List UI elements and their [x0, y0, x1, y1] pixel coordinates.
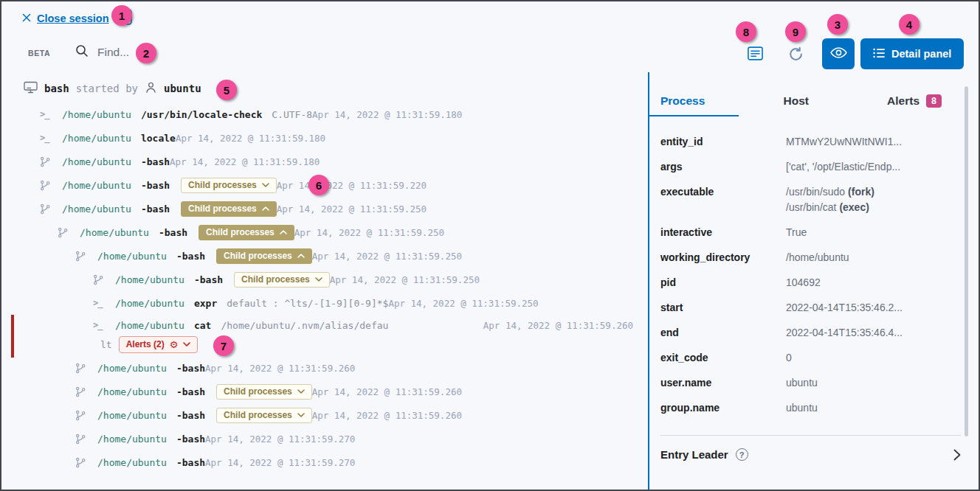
process-row[interactable]: /home/ubuntu-bashChild processesApr 14, … — [1, 244, 648, 268]
process-row[interactable]: /home/ubuntu-bashChild processesApr 14, … — [1, 268, 648, 291]
field-label: entity_id — [660, 134, 786, 150]
fork-icon — [40, 180, 53, 191]
document-icon — [747, 53, 764, 64]
field-value[interactable]: 2022-04-14T15:35:46.4... — [786, 325, 903, 341]
process-field-list: entity_idMTMwY2UwNWItNWI1...args['cat', … — [660, 134, 956, 425]
detail-field-row: exit_code0 — [660, 350, 956, 366]
tab-alerts[interactable]: Alerts8 — [887, 94, 942, 108]
callout-5: 5 — [216, 80, 237, 100]
process-command: -bash — [176, 433, 205, 445]
process-timestamp: Apr 14, 2022 @ 11:31:59.260 — [483, 320, 648, 331]
process-working-dir: /home/ubuntu — [62, 133, 131, 144]
user-icon — [145, 81, 157, 96]
fork-icon — [75, 433, 89, 445]
child-processes-button[interactable]: Child processes — [199, 225, 294, 240]
process-working-dir: /home/ubuntu — [62, 156, 131, 167]
detail-field-row: entity_idMTMwY2UwNWItNWI1... — [660, 134, 956, 150]
panel-scrollbar[interactable] — [965, 86, 968, 436]
field-value[interactable]: ['cat', '/opt/Elastic/Endp... — [786, 159, 900, 175]
session-leader-header[interactable]: bash started by ubuntu — [24, 81, 201, 96]
field-value[interactable]: 0 — [786, 350, 792, 366]
process-row[interactable]: /home/ubuntu-bashApr 14, 2022 @ 11:31:59… — [1, 427, 648, 450]
fork-icon — [75, 251, 89, 262]
process-command: /usr/bin/locale-check — [141, 109, 262, 120]
process-command: -bash — [159, 227, 187, 238]
field-value[interactable]: ubuntu — [786, 375, 818, 391]
close-session-link[interactable]: Close session — [22, 13, 109, 24]
field-label: user.name — [660, 375, 786, 391]
process-row[interactable]: >_/home/ubuntucat/home/ubuntu/.nvm/alias… — [1, 315, 648, 356]
process-row[interactable]: >_/home/ubuntuexprdefault : ^lts/-[1-9][… — [1, 291, 648, 315]
field-value[interactable]: /home/ubuntu — [786, 250, 849, 265]
field-value-line: True — [786, 225, 807, 240]
process-args: /home/ubuntu/.nvm/alias/defau — [221, 320, 388, 331]
field-value[interactable]: MTMwY2UwNWItNWI1... — [786, 134, 902, 150]
process-row-line: /home/ubuntu-bashChild processesApr 14, … — [58, 222, 459, 243]
process-row[interactable]: >_/home/ubuntu/usr/bin/locale-checkC.UTF… — [1, 102, 648, 126]
terminal-prompt-icon: >_ — [40, 133, 53, 143]
field-value-line: ['cat', '/opt/Elastic/Endp... — [786, 159, 900, 175]
detail-field-row: args['cat', '/opt/Elastic/Endp... — [660, 159, 956, 175]
child-processes-button[interactable]: Child processes — [234, 272, 330, 288]
tab-host[interactable]: Host — [783, 94, 808, 108]
chevron-down-icon — [315, 277, 322, 282]
field-value[interactable]: 104692 — [786, 275, 821, 290]
chevron-right-icon[interactable] — [953, 449, 961, 461]
chevron-down-icon — [262, 183, 269, 187]
process-timestamp: Apr 14, 2022 @ 11:31:59.220 — [277, 180, 441, 191]
callout-3: 3 — [827, 14, 848, 35]
session-view-window: Close session BETA — [0, 0, 980, 491]
child-processes-button[interactable]: Child processes — [181, 201, 277, 217]
process-row[interactable]: /home/ubuntu-bashChild processesApr 14, … — [1, 380, 648, 403]
child-processes-button[interactable]: Child processes — [216, 408, 312, 423]
process-row[interactable]: /home/ubuntu-bashChild processesApr 14, … — [1, 220, 648, 244]
process-tree: >_/home/ubuntu/usr/bin/locale-checkC.UTF… — [1, 102, 648, 474]
field-value[interactable]: True — [786, 225, 807, 240]
toggle-visibility-button[interactable] — [822, 38, 855, 69]
callout-2: 2 — [136, 43, 156, 63]
field-value[interactable]: 2022-04-14T15:35:46.2... — [786, 300, 903, 316]
process-command: -bash — [141, 156, 170, 167]
help-question-icon[interactable]: ? — [736, 448, 748, 461]
field-value[interactable]: ubuntu — [786, 400, 818, 416]
process-row[interactable]: /home/ubuntu-bashChild processesApr 14, … — [1, 403, 648, 427]
process-row-wrap-line: ltAlerts (2)⚙ — [100, 335, 648, 353]
process-command: locale — [141, 133, 176, 144]
process-row[interactable]: /home/ubuntu-bashApr 14, 2022 @ 11:31:59… — [1, 150, 648, 173]
process-row[interactable]: /home/ubuntu-bashApr 14, 2022 @ 11:31:59… — [1, 450, 648, 474]
process-row-line: /home/ubuntu-bashApr 14, 2022 @ 11:31:59… — [40, 151, 334, 172]
process-row-line: /home/ubuntu-bashChild processesApr 14, … — [40, 198, 441, 219]
process-command: -bash — [176, 251, 205, 262]
session-process-name: bash — [44, 83, 69, 94]
close-icon[interactable] — [22, 13, 31, 24]
process-row[interactable]: /home/ubuntu-bashChild processesApr 14, … — [1, 197, 648, 220]
child-processes-button[interactable]: Child processes — [216, 248, 312, 264]
list-icon — [873, 48, 885, 60]
field-value-text: /usr/bin/cat — [786, 201, 839, 213]
process-working-dir: /home/ubuntu — [115, 274, 184, 285]
child-processes-button[interactable]: Child processes — [216, 384, 312, 400]
process-row[interactable]: >_/home/ubuntulocaleApr 14, 2022 @ 11:31… — [1, 126, 648, 150]
detail-field-row: pid104692 — [660, 275, 956, 290]
process-command: -bash — [141, 180, 170, 191]
alerts-button[interactable]: Alerts (2)⚙ — [119, 336, 199, 353]
gear-icon: ⚙ — [170, 340, 179, 349]
process-timestamp: Apr 14, 2022 @ 11:31:59.250 — [294, 227, 459, 238]
fork-icon — [75, 410, 89, 421]
child-processes-button[interactable]: Child processes — [181, 178, 277, 193]
detail-panel-button[interactable]: Detail panel — [860, 38, 964, 69]
process-row-line: >_/home/ubuntuexprdefault : ^lts/-[1-9][… — [93, 293, 553, 313]
entry-leader-row[interactable]: Entry Leader ? — [660, 448, 961, 461]
process-row[interactable]: /home/ubuntu-bashApr 14, 2022 @ 11:31:59… — [1, 356, 648, 380]
panel-divider[interactable] — [648, 72, 649, 491]
tab-process[interactable]: Process — [660, 94, 705, 108]
refresh-button[interactable] — [788, 46, 804, 64]
policies-doc-button[interactable] — [747, 45, 764, 64]
field-value[interactable]: /usr/bin/sudo (fork)/usr/bin/cat (exec) — [786, 184, 874, 215]
detail-field-row: user.nameubuntu — [660, 375, 956, 391]
find-search — [75, 44, 193, 60]
field-value-line: 0 — [786, 350, 792, 366]
chevron-up-icon — [297, 254, 305, 258]
field-label: start — [660, 300, 786, 316]
process-args: default : ^lts/-[1-9][0-9]*$ — [227, 298, 388, 309]
